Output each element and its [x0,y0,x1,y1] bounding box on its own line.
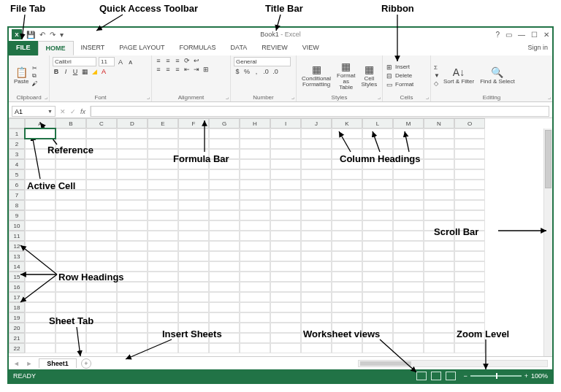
cell[interactable] [86,241,117,251]
cell[interactable] [86,292,117,302]
cell[interactable] [270,312,301,323]
cell[interactable] [148,231,178,241]
close-icon[interactable]: ✕ [543,31,549,39]
cell[interactable] [209,180,240,190]
cell[interactable] [56,292,86,302]
cell[interactable] [240,251,270,261]
cell[interactable] [117,200,148,210]
cell[interactable] [393,343,424,353]
undo-icon[interactable]: ↶ [39,31,45,39]
tab-formulas[interactable]: FORMULAS [172,41,224,55]
comma-icon[interactable]: , [253,68,260,75]
cell[interactable] [25,210,56,220]
cell[interactable] [362,251,393,261]
cell[interactable] [454,149,485,159]
cell[interactable] [454,282,485,292]
cell[interactable] [25,343,56,353]
cell[interactable] [240,333,270,343]
bold-icon[interactable]: B [53,68,60,75]
cell[interactable] [148,128,178,139]
cell[interactable] [117,323,148,333]
cell[interactable] [117,210,148,220]
row-heading[interactable]: 21 [9,333,25,343]
cell[interactable] [362,261,393,272]
cell[interactable] [270,302,301,312]
sheet-nav-buttons[interactable]: ◄ ► [13,360,34,367]
cell[interactable] [424,139,454,149]
cell[interactable] [25,169,56,180]
cell[interactable] [332,149,362,159]
cell[interactable] [117,241,148,251]
cell[interactable] [240,261,270,272]
cell[interactable] [332,333,362,343]
cell[interactable] [362,302,393,312]
cell[interactable] [454,323,485,333]
cell[interactable] [393,251,424,261]
cell[interactable] [454,343,485,353]
row-heading[interactable]: 2 [9,139,25,149]
cell[interactable] [332,220,362,231]
align-bottom-icon[interactable]: ≡ [174,57,181,64]
cell[interactable] [454,292,485,302]
tab-insert[interactable]: INSERT [74,41,112,55]
cell[interactable] [454,231,485,241]
cell[interactable] [393,292,424,302]
cell[interactable] [332,302,362,312]
cell[interactable] [424,200,454,210]
zoom-slider[interactable] [470,375,522,377]
cell[interactable] [424,169,454,180]
cell[interactable] [86,333,117,343]
align-center-icon[interactable]: ≡ [164,66,172,73]
save-icon[interactable]: 💾 [26,31,35,39]
clear-icon[interactable]: ◇ [434,80,440,87]
cell[interactable] [332,261,362,272]
redo-icon[interactable]: ↷ [50,31,56,39]
cell[interactable] [209,220,240,231]
cell[interactable] [454,220,485,231]
cell[interactable] [362,333,393,343]
cell[interactable] [332,282,362,292]
cell[interactable] [117,220,148,231]
cell[interactable] [178,149,209,159]
cell[interactable] [56,139,86,149]
qat-customize-icon[interactable]: ▾ [60,31,64,39]
find-select-button[interactable]: 🔍Find & Select [478,66,517,85]
column-heading[interactable]: A [25,118,56,128]
cell[interactable] [117,159,148,169]
column-heading[interactable]: L [362,118,393,128]
cell[interactable] [178,180,209,190]
cell[interactable] [86,343,117,353]
cell[interactable] [148,190,178,200]
cell[interactable] [117,231,148,241]
row-heading[interactable]: 11 [9,231,25,241]
format-cells-icon[interactable]: ▭ [386,81,393,88]
cell[interactable] [178,128,209,139]
cell[interactable] [301,261,332,272]
column-heading[interactable]: M [393,118,424,128]
row-heading[interactable]: 13 [9,251,25,261]
cell[interactable] [393,312,424,323]
cell[interactable] [148,180,178,190]
cell[interactable] [424,149,454,159]
cell[interactable] [25,220,56,231]
cell[interactable] [56,159,86,169]
cell[interactable] [270,149,301,159]
cell[interactable] [148,312,178,323]
cell[interactable] [424,251,454,261]
cell[interactable] [117,149,148,159]
cell[interactable] [301,128,332,139]
cell[interactable] [240,231,270,241]
row-heading[interactable]: 10 [9,220,25,231]
cell[interactable] [301,282,332,292]
cell[interactable] [178,139,209,149]
cell[interactable] [209,312,240,323]
cell[interactable] [454,200,485,210]
cell[interactable] [117,312,148,323]
paste-button[interactable]: 📋Paste [12,66,31,85]
cell[interactable] [362,128,393,139]
cell[interactable] [362,139,393,149]
view-page-break-icon[interactable] [446,372,456,380]
row-heading[interactable]: 16 [9,282,25,292]
cell[interactable] [148,220,178,231]
cell[interactable] [424,323,454,333]
